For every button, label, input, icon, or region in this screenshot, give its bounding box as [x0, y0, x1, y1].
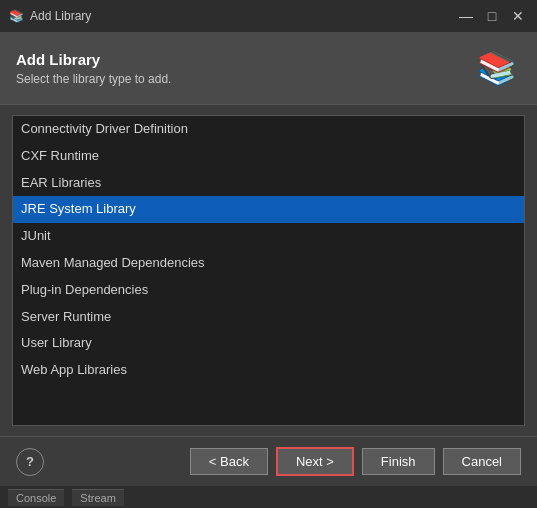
- stream-tab[interactable]: Stream: [72, 489, 123, 506]
- list-item-webapp[interactable]: Web App Libraries: [13, 357, 524, 384]
- minimize-button[interactable]: —: [455, 6, 477, 26]
- list-item-ear[interactable]: EAR Libraries: [13, 170, 524, 197]
- title-bar: 📚 Add Library — □ ✕: [0, 0, 537, 32]
- back-button[interactable]: < Back: [190, 448, 268, 475]
- footer-area: ? < Back Next > Finish Cancel: [0, 436, 537, 486]
- maximize-button[interactable]: □: [481, 6, 503, 26]
- header-text-block: Add Library Select the library type to a…: [16, 51, 171, 86]
- window-icon: 📚: [8, 8, 24, 24]
- list-item-junit[interactable]: JUnit: [13, 223, 524, 250]
- cancel-button[interactable]: Cancel: [443, 448, 521, 475]
- list-item-connectivity[interactable]: Connectivity Driver Definition: [13, 116, 524, 143]
- next-button[interactable]: Next >: [276, 447, 354, 476]
- header-title: Add Library: [16, 51, 171, 68]
- list-item-jre[interactable]: JRE System Library: [13, 196, 524, 223]
- content-area: Connectivity Driver DefinitionCXF Runtim…: [0, 105, 537, 436]
- add-library-window: 📚 Add Library — □ ✕ Add Library Select t…: [0, 0, 537, 508]
- bottom-bar: Console Stream: [0, 486, 537, 508]
- list-item-cxf[interactable]: CXF Runtime: [13, 143, 524, 170]
- close-button[interactable]: ✕: [507, 6, 529, 26]
- list-item-user[interactable]: User Library: [13, 330, 524, 357]
- title-bar-text: Add Library: [30, 9, 455, 23]
- list-item-maven[interactable]: Maven Managed Dependencies: [13, 250, 524, 277]
- header-subtitle: Select the library type to add.: [16, 72, 171, 86]
- finish-button[interactable]: Finish: [362, 448, 435, 475]
- console-tab[interactable]: Console: [8, 489, 64, 506]
- list-item-plugin[interactable]: Plug-in Dependencies: [13, 277, 524, 304]
- header-area: Add Library Select the library type to a…: [0, 32, 537, 105]
- header-library-icon: 📚: [473, 44, 521, 92]
- title-bar-buttons: — □ ✕: [455, 6, 529, 26]
- library-list[interactable]: Connectivity Driver DefinitionCXF Runtim…: [12, 115, 525, 426]
- list-item-server[interactable]: Server Runtime: [13, 304, 524, 331]
- help-button[interactable]: ?: [16, 448, 44, 476]
